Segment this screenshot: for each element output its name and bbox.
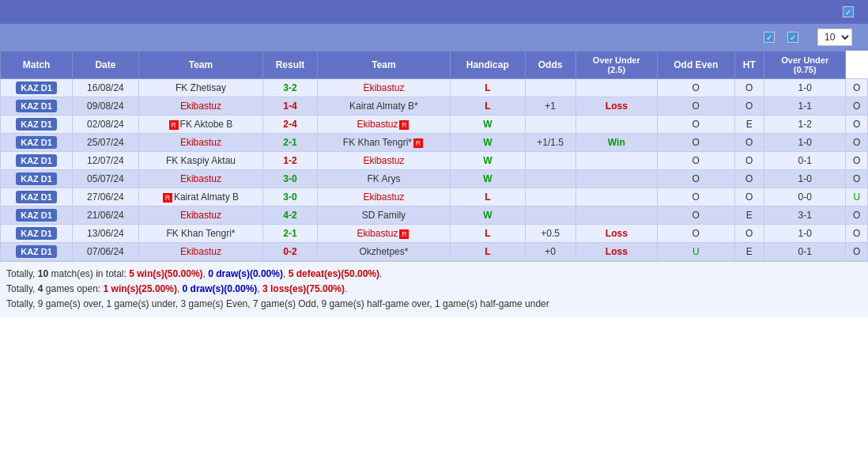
over-under: O [658,188,735,207]
odd-even: O [734,134,764,152]
over-under: O [658,152,735,170]
match-result: 3-0 [263,170,318,188]
match-badge: KAZ D1 [1,134,73,152]
win-loss: L [451,79,526,97]
odds: Loss [576,225,657,243]
odds [576,207,657,225]
footer-line3: Totally, 9 game(s) over, 1 game(s) under… [6,297,862,312]
match-badge: KAZ D1 [1,79,73,97]
match-date: 27/06/24 [73,188,139,207]
match-result: 1-4 [263,97,318,116]
table-row: KAZ D109/08/24Ekibastuz1-4Kairat Almaty … [1,97,868,116]
match-date: 07/06/24 [73,243,139,261]
match-result: 3-0 [263,188,318,207]
half-time: 1-0 [764,225,846,243]
handicap [525,207,576,225]
win-loss: W [451,134,526,152]
col-team2: Team [317,51,450,79]
table-row: KAZ D112/07/24FK Kaspiy Aktau1-2Ekibastu… [1,152,868,170]
match-result: 2-4 [263,116,318,134]
match-badge: KAZ D1 [1,188,73,207]
team2: Kairat Almaty B* [317,97,450,116]
col-over-under: Over Under(2.5) [576,51,657,79]
footer-line1: Totally, 10 match(es) in total: 5 win(s)… [6,267,862,282]
half-time: 1-2 [764,116,846,134]
table-row: KAZ D102/08/24RFK Aktobe B2-4EkibastuzRW… [1,116,868,134]
odds [576,79,657,97]
match-result: 3-2 [263,79,318,97]
match-result: 4-2 [263,207,318,225]
match-result: 2-1 [263,134,318,152]
over-under-2: O [846,207,868,225]
team1: Ekibastuz [138,134,263,152]
team1: RFK Aktobe B [138,116,263,134]
odd-even: O [734,97,764,116]
match-date: 25/07/24 [73,134,139,152]
over-under-2: O [846,170,868,188]
team2: EkibastuzR [317,225,450,243]
over-under: O [658,116,735,134]
odd-even: O [734,170,764,188]
handicap [525,79,576,97]
half-time: 1-1 [764,97,846,116]
match-badge: KAZ D1 [1,225,73,243]
match-result: 0-2 [263,243,318,261]
win-loss: W [451,170,526,188]
over-under-2: O [846,116,868,134]
match-badge: KAZ D1 [1,207,73,225]
team1: FK Zhetisay [138,79,263,97]
half-time: 0-0 [764,188,846,207]
team1: FK Kaspiy Aktau [138,152,263,170]
win-loss: L [451,225,526,243]
check-icon-kaz-cup: ✓ [764,32,775,43]
over-under: O [658,134,735,152]
odd-even: E [734,207,764,225]
odds [576,188,657,207]
col-result: Result [263,51,318,79]
table-row: KAZ D105/07/24Ekibastuz3-0FK ArysWOO1-0O [1,170,868,188]
handicap: +0 [525,243,576,261]
match-date: 21/06/24 [73,207,139,225]
over-under-2: O [846,152,868,170]
team2: Ekibastuz [317,79,450,97]
odd-even: E [734,243,764,261]
match-date: 02/08/24 [73,116,139,134]
team2: SD Family [317,207,450,225]
over-under-2: U [846,188,868,207]
team2: FK Arys [317,170,450,188]
red-card-icon: R [163,193,172,203]
odd-even: O [734,188,764,207]
odds: Win [576,134,657,152]
team1: Ekibastuz [138,243,263,261]
odd-even: O [734,79,764,97]
handicap: +1 [525,97,576,116]
match-date: 16/08/24 [73,79,139,97]
team1: Ekibastuz [138,170,263,188]
odds [576,170,657,188]
odds: Loss [576,97,657,116]
team2: Ekibastuz [317,188,450,207]
match-result: 1-2 [263,152,318,170]
games-select[interactable]: 10 20 30 [817,28,852,46]
header: ✓ [0,0,868,24]
filter-bar: ✓ ✓ 10 20 30 [0,24,868,51]
half-time: 1-0 [764,79,846,97]
odd-even: O [734,225,764,243]
table-row: KAZ D127/06/24RKairat Almaty B3-0Ekibast… [1,188,868,207]
over-under: O [658,97,735,116]
odd-even: O [734,152,764,170]
over-under-2: O [846,97,868,116]
table-row: KAZ D116/08/24FK Zhetisay3-2EkibastuzLOO… [1,79,868,97]
table-header-row: Match Date Team Result Team Handicap Odd… [1,51,868,79]
red-card-icon: R [413,138,423,148]
team1: FK Khan Tengri* [138,225,263,243]
over-under-2: O [846,134,868,152]
team1: Ekibastuz [138,207,263,225]
odds [576,152,657,170]
team1: Ekibastuz [138,97,263,116]
half-time: 1-0 [764,170,846,188]
match-date: 13/06/24 [73,225,139,243]
check-icon: ✓ [843,6,854,17]
over-under: U [658,243,735,261]
over-under: O [658,170,735,188]
